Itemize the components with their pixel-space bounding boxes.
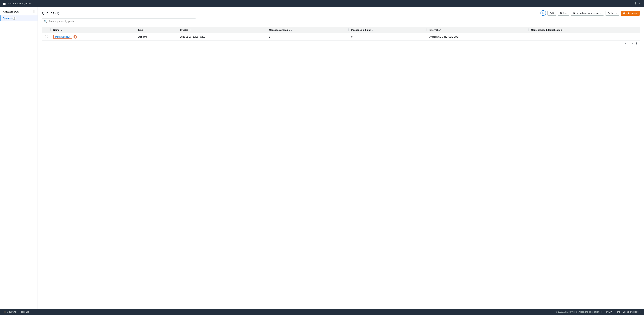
row-dedup-cell: - [528, 33, 640, 41]
col-select [42, 27, 50, 33]
footer-right: © 2025, Amazon Web Services, Inc. or its… [556, 311, 640, 313]
page-title: Queues [42, 11, 54, 15]
col-messages-inflight[interactable]: Messages in flight ▾ [348, 27, 427, 33]
page-actions: ↻ Edit Delete Send and receive messages … [540, 10, 640, 16]
breadcrumb: Amazon SQS › Queues [8, 2, 32, 5]
cloudshell-label: CloudShell [7, 311, 17, 313]
queue-name-link[interactable]: checkout-queue [55, 36, 70, 38]
app-body: Amazon SQS ‹ Queues 1 Queues (1) ↻ Edit … [0, 7, 644, 309]
table-row: checkout-queue 2 Standard 2025-01-03T10:… [42, 33, 640, 41]
footer-copyright: © 2025, Amazon Web Services, Inc. or its… [556, 311, 602, 313]
sidebar-item-queues[interactable]: Queues 1 [0, 16, 38, 21]
row-step-badge: 2 [74, 35, 77, 39]
settings-icon[interactable]: ⚙ [639, 2, 641, 5]
row-select-cell [42, 33, 50, 41]
row-encryption-cell: Amazon SQS key (SSE-SQS) [427, 33, 528, 41]
top-nav-left: ☰ Amazon SQS › Queues [3, 1, 32, 6]
page-title-area: Queues (1) [42, 11, 59, 15]
table-header-row: Name ▲ Type ▾ Created ▾ [42, 27, 640, 33]
breadcrumb-separator: › [22, 3, 23, 5]
pagination-next-button[interactable]: › [631, 42, 634, 45]
table-settings-button[interactable]: ⚙ [635, 42, 638, 45]
delete-button[interactable]: Delete [558, 11, 569, 16]
top-nav-right: ℹ ⚙ [635, 2, 641, 5]
breadcrumb-current: Queues [24, 2, 32, 5]
sidebar-collapse-button[interactable]: ‹ [33, 10, 35, 13]
actions-label: Actions [608, 12, 615, 15]
created-sort-icon: ▾ [190, 29, 190, 31]
breadcrumb-service-link[interactable]: Amazon SQS [8, 2, 21, 5]
pagination-prev-button[interactable]: ‹ [624, 42, 627, 45]
col-created[interactable]: Created ▾ [177, 27, 266, 33]
sidebar: Amazon SQS ‹ Queues 1 [0, 7, 38, 309]
page-header: Queues (1) ↻ Edit Delete Send and receiv… [42, 10, 640, 16]
queue-table-body: checkout-queue 2 Standard 2025-01-03T10:… [42, 33, 640, 41]
search-box: 🔍 [42, 19, 196, 24]
cloudshell-button[interactable]: ⬛ CloudShell [4, 311, 17, 313]
type-sort-icon: ▾ [144, 29, 145, 31]
cookie-link[interactable]: Cookie preferences [623, 311, 640, 313]
col-type[interactable]: Type ▾ [135, 27, 177, 33]
messages-inflight-sort-icon: ▾ [372, 29, 373, 31]
row-messages-available-cell: 1 [266, 33, 348, 41]
feedback-link[interactable]: Feedback [20, 311, 29, 313]
sidebar-title: Amazon SQS [3, 10, 19, 13]
actions-button[interactable]: Actions ▾ [605, 11, 619, 16]
main-content: Queues (1) ↻ Edit Delete Send and receiv… [38, 7, 644, 309]
refresh-button[interactable]: ↻ [540, 10, 546, 16]
terms-link[interactable]: Terms [614, 311, 620, 313]
sidebar-item-queues-label: Queues [3, 17, 12, 20]
col-name[interactable]: Name ▲ [50, 27, 135, 33]
name-sort-icon: ▲ [61, 29, 62, 31]
table-footer: ‹ 1 › ⚙ [42, 41, 640, 46]
search-input[interactable] [48, 20, 194, 23]
info-icon[interactable]: ℹ [635, 2, 636, 5]
row-type-cell: Standard [135, 33, 177, 41]
queues-table-container: Name ▲ Type ▾ Created ▾ [42, 27, 640, 305]
actions-dropdown-arrow: ▾ [616, 12, 617, 14]
search-icon: 🔍 [44, 20, 47, 23]
sidebar-queues-badge: 1 [12, 17, 16, 20]
messages-available-sort-icon: ▾ [291, 29, 292, 31]
col-encryption[interactable]: Encryption ▾ [427, 27, 528, 33]
queue-count: (1) [55, 12, 59, 15]
row-created-cell: 2025-01-03T10:05+07:00 [177, 33, 266, 41]
create-queue-button[interactable]: Create queue [621, 11, 640, 16]
menu-icon[interactable]: ☰ [3, 1, 6, 6]
pagination-page: 1 [628, 42, 630, 45]
row-messages-inflight-cell: 0 [348, 33, 427, 41]
col-messages-available[interactable]: Messages available ▾ [266, 27, 348, 33]
footer-left: ⬛ CloudShell Feedback [4, 311, 29, 313]
cloudshell-icon: ⬛ [4, 311, 6, 313]
queues-table: Name ▲ Type ▾ Created ▾ [42, 27, 640, 41]
send-receive-button[interactable]: Send and receive messages [571, 11, 604, 16]
row-select-radio[interactable] [45, 35, 48, 38]
top-navigation: ☰ Amazon SQS › Queues ℹ ⚙ [0, 0, 644, 7]
search-container: 🔍 [42, 19, 640, 24]
sidebar-header: Amazon SQS ‹ [0, 10, 38, 16]
privacy-link[interactable]: Privacy [605, 311, 612, 313]
col-content-based-dedup[interactable]: Content-based deduplication ▾ [528, 27, 640, 33]
app-footer: ⬛ CloudShell Feedback © 2025, Amazon Web… [0, 309, 644, 315]
edit-button[interactable]: Edit [547, 11, 556, 16]
encryption-sort-icon: ▾ [442, 29, 443, 31]
row-name-cell: checkout-queue 2 [50, 33, 135, 41]
dedup-sort-icon: ▾ [563, 29, 564, 31]
